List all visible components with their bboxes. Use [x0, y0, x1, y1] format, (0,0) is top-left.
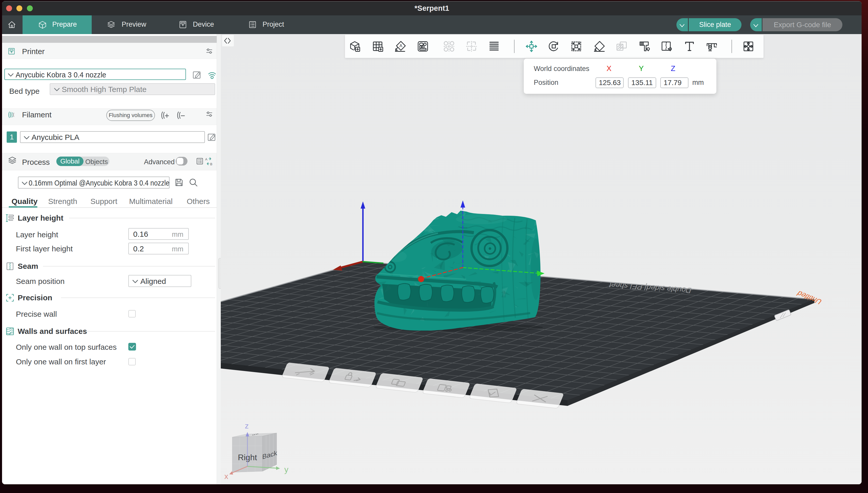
svg-text:B: B: [210, 162, 213, 166]
svg-text:z: z: [245, 422, 249, 430]
svg-text:x: x: [224, 472, 228, 480]
svg-text:y: y: [284, 465, 288, 474]
svg-text:A: A: [400, 43, 402, 48]
svg-text:A: A: [205, 157, 207, 161]
